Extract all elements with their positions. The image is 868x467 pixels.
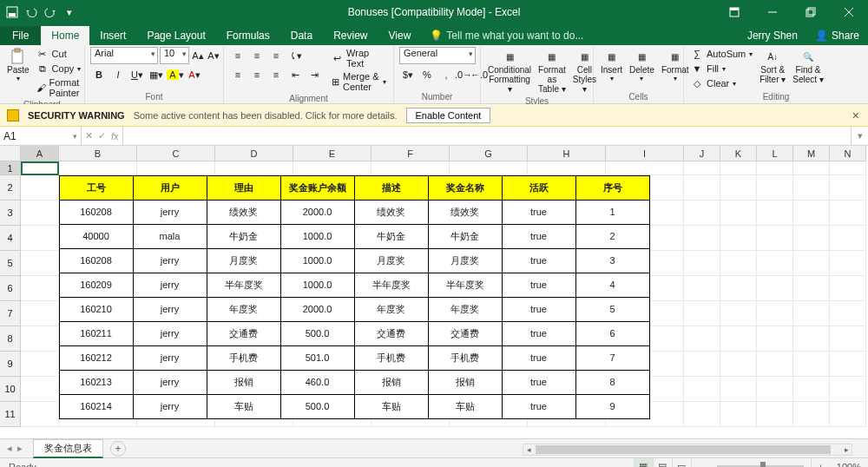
copy-button[interactable]: ⧉Copy▾ <box>35 62 84 76</box>
number-format-combo[interactable]: General <box>399 47 476 64</box>
column-header[interactable]: L <box>757 146 793 161</box>
cell[interactable] <box>372 161 450 175</box>
table-cell[interactable]: true <box>502 345 576 371</box>
table-cell[interactable]: true <box>502 248 576 273</box>
font-size-combo[interactable]: 10 <box>160 47 189 64</box>
cell[interactable] <box>830 201 866 226</box>
cell[interactable] <box>21 352 59 377</box>
cell[interactable] <box>21 402 59 427</box>
table-header[interactable]: 工号 <box>59 175 134 201</box>
column-header[interactable]: M <box>793 146 830 161</box>
table-cell[interactable]: jerry <box>133 345 207 371</box>
sheet-nav-next-icon[interactable]: ▸ <box>17 443 23 454</box>
align-center-icon[interactable]: ≡ <box>248 66 266 83</box>
cell[interactable] <box>830 377 866 402</box>
cell[interactable] <box>720 326 757 352</box>
table-header[interactable]: 用户 <box>133 175 207 201</box>
increase-decimal-icon[interactable]: .0→ <box>457 68 470 82</box>
cell[interactable] <box>21 377 59 402</box>
cell[interactable] <box>757 175 793 201</box>
autosum-button[interactable]: ∑AutoSum▾ <box>689 47 754 61</box>
table-cell[interactable]: 车贴 <box>428 394 503 419</box>
cell[interactable] <box>830 161 866 175</box>
column-header[interactable]: N <box>830 146 866 161</box>
column-header[interactable]: D <box>215 146 293 161</box>
column-header[interactable]: G <box>450 146 528 161</box>
table-header[interactable]: 序号 <box>575 175 650 201</box>
table-cell[interactable]: 40000 <box>59 224 134 249</box>
cell[interactable] <box>59 161 137 175</box>
cell[interactable] <box>793 352 830 377</box>
cell[interactable] <box>793 161 830 175</box>
cell[interactable] <box>606 161 684 175</box>
cell[interactable] <box>684 276 720 301</box>
zoom-in-icon[interactable]: + <box>811 458 830 468</box>
table-cell[interactable]: 2000.0 <box>280 297 355 322</box>
align-right-icon[interactable]: ≡ <box>267 66 285 83</box>
cell[interactable] <box>684 402 720 427</box>
cell[interactable] <box>684 201 720 226</box>
cell[interactable] <box>684 301 720 326</box>
cell[interactable] <box>793 226 830 251</box>
row-header[interactable]: 3 <box>0 201 21 226</box>
cell[interactable] <box>684 226 720 251</box>
cell[interactable] <box>137 161 215 175</box>
cell[interactable] <box>793 276 830 301</box>
row-header[interactable]: 8 <box>0 326 21 352</box>
wrap-text-button[interactable]: ↩Wrap Text <box>330 47 388 69</box>
cancel-fx-icon[interactable]: ✕ <box>85 130 93 141</box>
table-cell[interactable]: 年度奖 <box>354 297 429 322</box>
table-cell[interactable]: 报销 <box>428 370 503 395</box>
row-header[interactable]: 2 <box>0 175 21 201</box>
table-cell[interactable]: 2000.0 <box>280 200 355 225</box>
table-cell[interactable]: 绩效奖 <box>428 200 503 225</box>
table-cell[interactable]: 2 <box>575 224 650 249</box>
table-header[interactable]: 描述 <box>354 175 429 201</box>
cell[interactable] <box>684 326 720 352</box>
table-cell[interactable]: 160209 <box>59 273 134 298</box>
save-icon[interactable] <box>3 3 21 21</box>
align-bottom-icon[interactable]: ≡ <box>267 47 285 64</box>
name-box[interactable]: A1▾ <box>0 127 82 145</box>
column-header[interactable]: F <box>372 146 450 161</box>
spreadsheet-grid[interactable]: ABCDEFGHIJKLMN 1234567891011 工号用户理由奖金账户余… <box>0 146 868 438</box>
column-header[interactable]: E <box>293 146 372 161</box>
table-cell[interactable]: 160213 <box>59 370 134 395</box>
formula-input[interactable] <box>123 127 851 145</box>
table-header[interactable]: 活跃 <box>502 175 576 201</box>
table-cell[interactable]: 牛奶金 <box>354 224 429 249</box>
cell[interactable] <box>757 161 793 175</box>
cell[interactable] <box>21 301 59 326</box>
cell[interactable] <box>293 161 372 175</box>
row-header[interactable]: 1 <box>0 161 21 175</box>
table-cell[interactable]: 手机费 <box>207 345 281 371</box>
share-button[interactable]: 👤Share <box>806 26 868 45</box>
table-header[interactable]: 奖金名称 <box>428 175 503 201</box>
increase-indent-icon[interactable]: ⇥ <box>306 66 323 83</box>
table-cell[interactable]: 7 <box>575 345 650 371</box>
formula-expand-icon[interactable]: ▾ <box>851 127 868 145</box>
cell[interactable] <box>830 175 866 201</box>
column-header[interactable]: B <box>59 146 137 161</box>
row-header[interactable]: 7 <box>0 301 21 326</box>
table-cell[interactable]: 8 <box>575 370 650 395</box>
column-header[interactable]: H <box>528 146 606 161</box>
font-name-combo[interactable]: Arial <box>90 47 158 64</box>
cell[interactable] <box>793 301 830 326</box>
align-top-icon[interactable]: ≡ <box>229 47 247 64</box>
cell[interactable] <box>21 175 59 201</box>
tab-formulas[interactable]: Formulas <box>216 26 280 45</box>
cell[interactable] <box>720 201 757 226</box>
close-icon[interactable] <box>830 0 868 24</box>
table-cell[interactable]: 绩效奖 <box>354 200 429 225</box>
security-close-icon[interactable]: × <box>852 109 859 122</box>
cell[interactable] <box>830 226 866 251</box>
table-cell[interactable]: 500.0 <box>280 321 355 346</box>
signed-in-user[interactable]: Jerry Shen <box>739 26 806 45</box>
cell[interactable] <box>720 161 757 175</box>
cell[interactable] <box>720 377 757 402</box>
clear-button[interactable]: ◇Clear▾ <box>689 76 754 90</box>
cell[interactable] <box>684 175 720 201</box>
zoom-out-icon[interactable]: − <box>691 458 710 468</box>
sheet-tab-active[interactable]: 奖金信息表 <box>33 439 103 458</box>
